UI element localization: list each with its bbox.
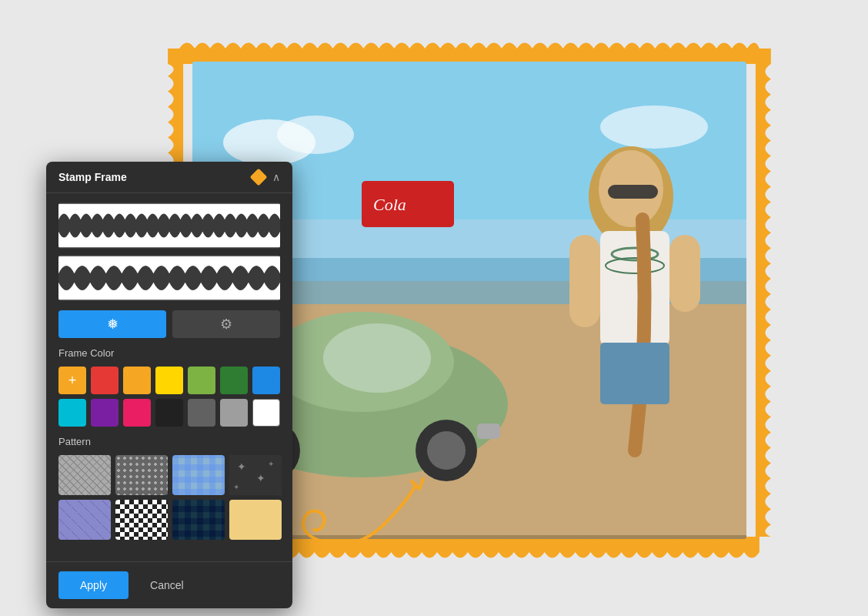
style-toggle-1[interactable]: ❅ — [58, 310, 166, 338]
panel-title: Stamp Frame — [58, 171, 127, 183]
pattern-dots[interactable] — [115, 455, 168, 495]
color-swatch-cyan[interactable] — [58, 399, 86, 427]
color-swatch-purple[interactable] — [91, 399, 119, 427]
svg-text:✦: ✦ — [233, 483, 239, 491]
apply-button[interactable]: Apply — [58, 571, 129, 599]
svg-text:✦: ✦ — [256, 472, 265, 484]
collapse-icon[interactable]: ∧ — [272, 171, 280, 183]
svg-rect-19 — [608, 185, 658, 199]
diamond-icon — [250, 169, 268, 186]
svg-rect-23 — [600, 343, 669, 404]
pattern-diamond[interactable] — [58, 500, 111, 540]
svg-point-7 — [600, 105, 708, 149]
panel-body: ❅ ⚙ Frame Color + — [46, 193, 292, 561]
svg-point-14 — [427, 431, 466, 470]
pattern-label: Pattern — [58, 436, 280, 447]
stamp-frame-panel: Stamp Frame ∧ — [46, 162, 292, 608]
svg-text:Cola: Cola — [373, 195, 406, 214]
pattern-checker[interactable] — [115, 500, 168, 540]
svg-rect-16 — [477, 424, 500, 439]
color-swatch-red[interactable] — [91, 367, 119, 394]
color-swatch-light-green[interactable] — [188, 367, 215, 394]
toggle-row: ❅ ⚙ — [58, 310, 280, 338]
color-swatch-pink[interactable] — [123, 399, 151, 427]
frame-preview-1[interactable] — [58, 203, 280, 249]
svg-text:✦: ✦ — [268, 460, 274, 468]
svg-point-6 — [277, 116, 354, 154]
color-swatch-yellow[interactable] — [155, 367, 183, 394]
pattern-tan[interactable] — [229, 500, 282, 540]
color-swatch-blue[interactable] — [252, 367, 280, 394]
svg-text:✦: ✦ — [237, 460, 246, 473]
style-toggle-2[interactable]: ⚙ — [172, 310, 280, 338]
pattern-star[interactable]: ✦ ✦ ✦ ✦ — [229, 455, 282, 495]
svg-rect-24 — [569, 235, 600, 327]
frame-color-label: Frame Color — [58, 347, 280, 359]
pattern-crosshatch[interactable] — [58, 455, 111, 495]
color-swatch-white[interactable] — [252, 399, 280, 427]
color-add-button[interactable]: + — [58, 367, 86, 394]
color-swatch-orange[interactable] — [123, 367, 151, 394]
cancel-button[interactable]: Cancel — [136, 571, 198, 599]
pattern-grid: ✦ ✦ ✦ ✦ — [58, 455, 280, 540]
panel-header-icons: ∧ — [252, 171, 280, 183]
frame-preview-2[interactable] — [58, 255, 280, 301]
svg-point-10 — [323, 323, 431, 393]
color-grid: + — [58, 367, 280, 427]
svg-rect-25 — [669, 235, 700, 312]
color-swatch-black[interactable] — [155, 399, 183, 427]
color-swatch-green[interactable] — [220, 367, 248, 394]
color-swatch-dark-gray[interactable] — [188, 399, 215, 427]
color-swatch-gray[interactable] — [220, 399, 248, 427]
panel-header: Stamp Frame ∧ — [46, 162, 292, 193]
pattern-blue-check[interactable] — [172, 455, 225, 495]
action-row: Apply Cancel — [46, 561, 292, 608]
canvas-area: Cola Stamp Frame ∧ — [0, 0, 868, 616]
pattern-blue-grid[interactable] — [172, 500, 225, 540]
